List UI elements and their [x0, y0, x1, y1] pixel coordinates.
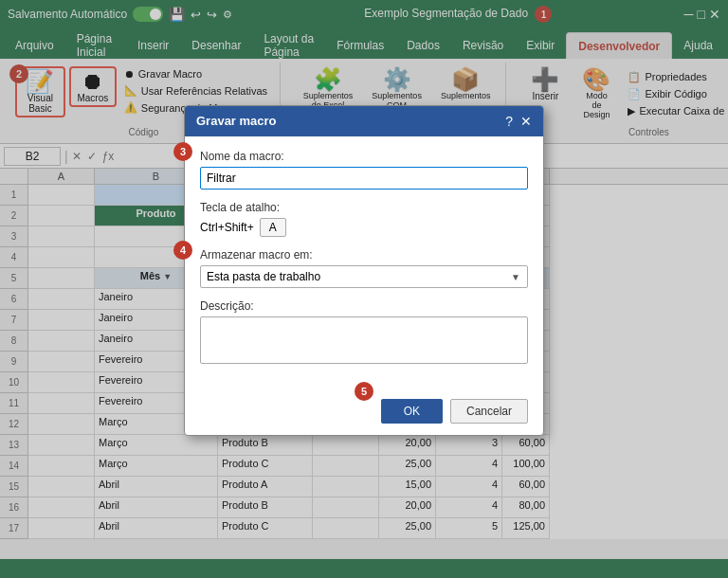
form-group-descricao: Descrição: [200, 299, 528, 367]
modal-overlay[interactable]: Gravar macro ? ✕ 3 Nome da macro: Tecla … [0, 0, 728, 578]
label-tecla: Tecla de atalho: [200, 201, 528, 214]
label-nome: Nome da macro: [200, 150, 528, 163]
form-group-armazenar: 4 Armazenar macro em: Esta pasta de trab… [200, 248, 528, 288]
shortcut-row: Ctrl+Shift+ A [200, 218, 528, 237]
gravar-macro-dialog: Gravar macro ? ✕ 3 Nome da macro: Tecla … [184, 105, 544, 436]
badge-4-modal: 4 [173, 241, 192, 260]
modal-close-icon[interactable]: ✕ [520, 114, 532, 129]
modal-footer: 5 OK Cancelar [185, 391, 543, 435]
textarea-descricao[interactable] [200, 316, 528, 364]
badge-5-modal: 5 [355, 382, 373, 401]
modal-body: 3 Nome da macro: Tecla de atalho: Ctrl+S… [185, 136, 543, 391]
modal-title: Gravar macro [196, 114, 277, 128]
select-wrapper: Esta pasta de trabalho Pasta de trabalho… [200, 265, 528, 288]
modal-help-icon[interactable]: ? [505, 114, 513, 129]
select-armazenar[interactable]: Esta pasta de trabalho Pasta de trabalho… [200, 265, 528, 288]
shortcut-key[interactable]: A [260, 218, 286, 237]
label-descricao: Descrição: [200, 299, 528, 313]
btn-ok[interactable]: OK [381, 399, 443, 424]
form-group-nome: 3 Nome da macro: [200, 150, 528, 190]
shortcut-prefix: Ctrl+Shift+ [200, 221, 254, 234]
label-armazenar: Armazenar macro em: [200, 248, 528, 262]
badge-3-modal: 3 [173, 142, 192, 161]
modal-controls: ? ✕ [505, 114, 532, 129]
form-group-tecla: Tecla de atalho: Ctrl+Shift+ A [200, 201, 528, 237]
input-nome-macro[interactable] [200, 167, 528, 190]
modal-header: Gravar macro ? ✕ [185, 106, 543, 136]
btn-cancel[interactable]: Cancelar [450, 399, 528, 424]
